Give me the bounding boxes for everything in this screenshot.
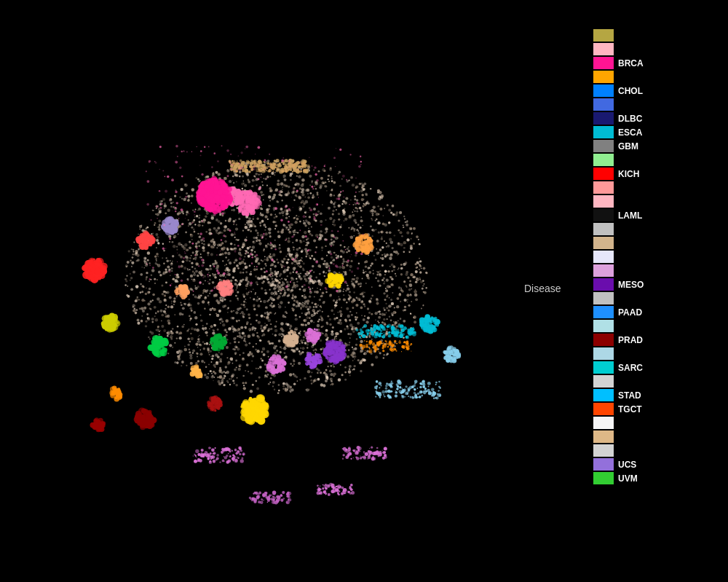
legend-item-laml: LAML [593, 209, 721, 221]
legend-label-esca: ESCA [618, 127, 642, 138]
legend-color-read [593, 347, 614, 360]
legend-color-prad [593, 334, 614, 346]
legend-color-luad [593, 251, 614, 263]
legend-item-esca: ESCA [593, 126, 721, 138]
legend-label-tgct: TGCT [618, 404, 642, 414]
legend-item-pcpg: PCPG [593, 320, 721, 332]
legend-label-stad: STAD [618, 390, 641, 401]
legend-color-skcm [593, 375, 614, 388]
legend-label-kich: KICH [618, 169, 639, 179]
legend-item-acc: ACC [593, 29, 721, 42]
legend-color-ucs [593, 458, 614, 471]
scatter-plot [0, 0, 546, 582]
legend-label-prad: PRAD [618, 335, 643, 345]
legend-item-blca: BLCA [593, 43, 721, 55]
legend-label-cesc: CESC [618, 72, 642, 82]
legend-item-tgct: TGCT [593, 403, 721, 415]
legend-item-lgg: LGG [593, 223, 721, 235]
legend-item-thca: THCA [593, 417, 721, 429]
disease-label: Disease [524, 283, 561, 294]
legend-color-ucec [593, 444, 614, 457]
legend-item-dlbc: DLBC [593, 112, 721, 125]
legend-label-luad: LUAD [618, 252, 642, 262]
legend-color-coad [593, 98, 614, 111]
legend-color-esca [593, 126, 614, 138]
legend-label-ucec: UCEC [618, 446, 643, 456]
legend-panel: ACCBLCABRCACESCCHOLCOADDLBCESCAGBMHNSCKI… [593, 29, 721, 486]
legend-label-laml: LAML [618, 211, 642, 221]
legend-item-coad: COAD [593, 98, 721, 111]
legend-label-acc: ACC [618, 31, 637, 41]
legend-label-brca: BRCA [618, 58, 644, 68]
legend-color-meso [593, 278, 614, 291]
legend-label-lihc: LIHC [618, 238, 638, 248]
legend-item-brca: BRCA [593, 57, 721, 69]
legend-color-uvm [593, 472, 614, 484]
main-container: Disease ACCBLCABRCACESCCHOLCOADDLBCESCAG… [0, 0, 728, 582]
legend-label-hnsc: HNSC [618, 155, 643, 165]
legend-color-laml [593, 209, 614, 221]
legend-item-uvm: UVM [593, 472, 721, 484]
legend-label-coad: COAD [618, 100, 644, 110]
legend-label-uvm: UVM [618, 473, 638, 484]
legend-label-skcm: SKCM [618, 377, 644, 387]
legend-color-lihc [593, 237, 614, 249]
legend-label-sarc: SARC [618, 363, 643, 373]
legend-label-ucs: UCS [618, 460, 636, 470]
legend-label-meso: MESO [618, 280, 644, 290]
legend-item-sarc: SARC [593, 361, 721, 374]
legend-color-acc [593, 29, 614, 42]
legend-color-blca [593, 43, 614, 55]
legend-label-thca: THCA [618, 418, 642, 428]
legend-color-kirp [593, 195, 614, 208]
legend-label-lusc: LUSC [618, 266, 642, 276]
legend-label-chol: CHOL [618, 86, 643, 96]
legend-label-pcpg: PCPG [618, 321, 643, 331]
legend-color-lusc [593, 264, 614, 277]
legend-label-ov: OV [618, 294, 630, 304]
legend-label-dlbc: DLBC [618, 114, 642, 124]
legend-item-kirp: KIRP [593, 195, 721, 208]
legend-label-paad: PAAD [618, 307, 642, 318]
legend-color-lgg [593, 223, 614, 235]
legend-item-skcm: SKCM [593, 375, 721, 388]
legend-label-thym: THYM [618, 432, 643, 442]
legend-color-ov [593, 292, 614, 304]
legend-item-paad: PAAD [593, 306, 721, 318]
legend-item-ucec: UCEC [593, 444, 721, 457]
legend-color-sarc [593, 361, 614, 374]
legend-color-thca [593, 417, 614, 429]
legend-item-ov: OV [593, 292, 721, 304]
legend-color-kirc [593, 181, 614, 194]
legend-label-blca: BLCA [618, 44, 642, 55]
legend-color-brca [593, 57, 614, 69]
legend-item-luad: LUAD [593, 251, 721, 263]
legend-color-hnsc [593, 154, 614, 166]
legend-item-lihc: LIHC [593, 237, 721, 249]
legend-item-chol: CHOL [593, 84, 721, 97]
legend-color-stad [593, 389, 614, 401]
legend-item-read: READ [593, 347, 721, 360]
legend-color-paad [593, 306, 614, 318]
legend-color-tgct [593, 403, 614, 415]
legend-item-meso: MESO [593, 278, 721, 291]
legend-item-kirc: KIRC [593, 181, 721, 194]
legend-color-kich [593, 168, 614, 180]
legend-label-kirp: KIRP [618, 197, 639, 207]
legend-label-read: READ [618, 349, 643, 359]
legend-label-lgg: LGG [618, 224, 637, 235]
legend-color-thym [593, 430, 614, 443]
legend-label-kirc: KIRC [618, 183, 639, 193]
legend-color-gbm [593, 140, 614, 152]
legend-item-lusc: LUSC [593, 264, 721, 277]
legend-item-kich: KICH [593, 168, 721, 180]
legend-color-cesc [593, 71, 614, 83]
legend-item-gbm: GBM [593, 140, 721, 152]
legend-item-ucs: UCS [593, 458, 721, 471]
legend-item-stad: STAD [593, 389, 721, 401]
legend-color-pcpg [593, 320, 614, 332]
legend-item-cesc: CESC [593, 71, 721, 83]
legend-label-gbm: GBM [618, 141, 638, 152]
legend-item-prad: PRAD [593, 334, 721, 346]
legend-color-chol [593, 84, 614, 97]
